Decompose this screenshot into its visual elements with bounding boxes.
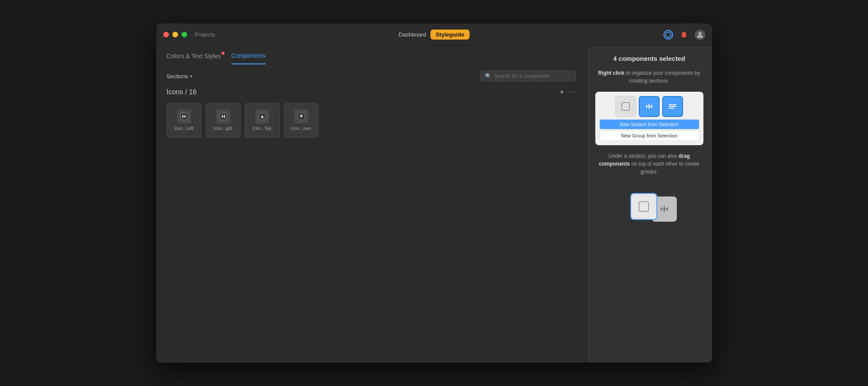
tip2-text: Under a section, you can also drag compo… <box>595 152 703 176</box>
ctx-card-1 <box>615 96 636 117</box>
context-cards-row <box>600 96 699 117</box>
tab-components[interactable]: Components <box>231 52 266 64</box>
projects-link[interactable]: Projects <box>195 31 215 38</box>
chevron-down-icon: ▾ <box>190 74 192 79</box>
comp-icon-right <box>216 110 230 123</box>
dot-indicator <box>221 52 224 55</box>
ctx-new-section[interactable]: New Section from Selection <box>600 120 699 129</box>
breadcrumb-nav: ‹ Projects <box>191 31 215 38</box>
search-icon: 🔍 <box>485 73 492 79</box>
back-chevron-icon: ‹ <box>191 32 193 37</box>
titlebar-right <box>663 30 705 40</box>
ctx-card-2-selected <box>639 96 660 117</box>
search-box: 🔍 <box>480 70 576 82</box>
components-section: Icons / 16 ▾ ⋯ <box>156 88 586 363</box>
sort-button[interactable]: ▾ <box>560 88 564 96</box>
ctx-card-3-selected <box>662 96 683 117</box>
svg-point-0 <box>666 32 671 37</box>
component-card-icon-right[interactable]: Icon...ight <box>206 103 241 138</box>
section-actions: ▾ ⋯ <box>560 88 576 96</box>
sections-label: Sections <box>167 73 188 80</box>
section-title: Icons / 16 <box>167 88 197 96</box>
ctx-new-group[interactable]: New Group from Selection <box>600 130 699 141</box>
section-header: Icons / 16 ▾ ⋯ <box>167 88 576 96</box>
minimize-button[interactable] <box>172 32 178 37</box>
selected-count: 4 components selected <box>595 55 703 62</box>
comp-label-icon-down: Icon...own <box>291 126 311 131</box>
context-menu-preview: New Section from Selection New Group fro… <box>595 92 703 145</box>
svg-rect-18 <box>639 202 649 211</box>
tip1-strong: Right click <box>598 70 625 76</box>
tip1-text: Right click to organize your components … <box>595 69 703 85</box>
main-layout: Colors & Text Styles Components Sections… <box>156 46 712 363</box>
close-button[interactable] <box>163 32 169 37</box>
maximize-button[interactable] <box>182 32 187 37</box>
comp-label-icon-top: Icon...Top <box>253 126 271 131</box>
tip2-pre: Under a section, you can also <box>608 153 678 159</box>
component-card-icon-down[interactable]: Icon...own <box>284 103 319 138</box>
comp-icon-down <box>294 110 308 123</box>
circle-icon[interactable] <box>663 30 673 40</box>
tip2-post: on top of each other to create groups. <box>631 161 700 175</box>
traffic-lights <box>163 32 187 37</box>
comp-icon-top <box>255 110 269 123</box>
tip1-rest: to organize your components by creating … <box>626 70 700 84</box>
search-input[interactable] <box>494 73 571 79</box>
content-area: Colors & Text Styles Components Sections… <box>156 46 586 363</box>
comp-label-icon-right: Icon...ight <box>214 126 232 131</box>
titlebar: ‹ Projects Dashboard Styleguide <box>156 23 712 46</box>
component-card-icon-top[interactable]: Icon...Top <box>245 103 280 138</box>
svg-point-2 <box>698 32 701 35</box>
toolbar: Sections ▾ 🔍 <box>156 64 586 88</box>
component-card-icon-left[interactable]: Icon...Left <box>167 103 201 138</box>
drag-preview <box>595 183 703 222</box>
components-grid: Icon...Left Icon...ight <box>167 103 576 138</box>
tab-colors[interactable]: Colors & Text Styles <box>167 53 221 64</box>
svg-rect-8 <box>224 115 225 118</box>
tabs-bar: Colors & Text Styles Components <box>156 46 586 64</box>
titlebar-center: Dashboard Styleguide <box>399 30 469 40</box>
comp-icon-left <box>177 110 191 123</box>
svg-rect-13 <box>622 103 630 110</box>
right-sidebar: 4 components selected Right click to org… <box>586 46 712 363</box>
dashboard-title: Dashboard <box>399 31 426 38</box>
drag-front-card <box>630 193 657 220</box>
svg-rect-5 <box>182 115 183 118</box>
notification-icon[interactable] <box>679 30 689 40</box>
comp-label-icon-left: Icon...Left <box>175 126 194 131</box>
app-window: ‹ Projects Dashboard Styleguide <box>156 23 712 363</box>
more-options-button[interactable]: ⋯ <box>569 88 576 96</box>
sections-dropdown[interactable]: Sections ▾ <box>167 73 193 80</box>
avatar[interactable] <box>695 30 705 40</box>
styleguide-button[interactable]: Styleguide <box>430 30 469 40</box>
